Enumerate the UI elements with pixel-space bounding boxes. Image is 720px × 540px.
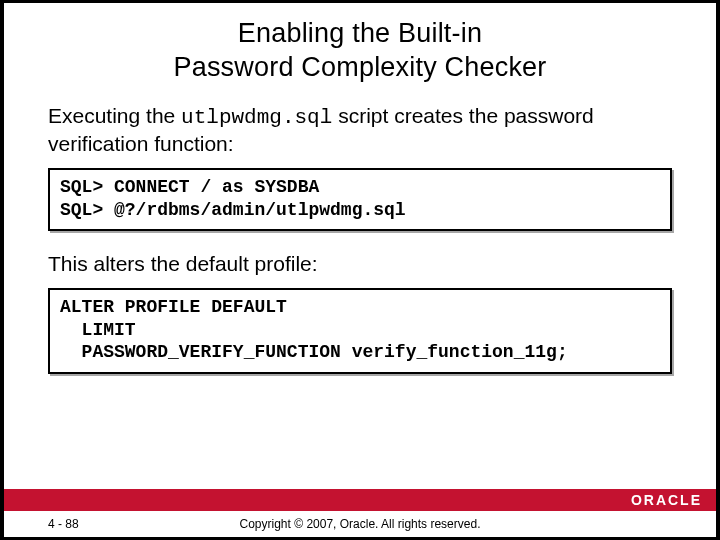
intro-prefix: Executing the [48,104,181,127]
code-line: ALTER PROFILE DEFAULT [60,296,660,319]
title-line-2: Password Complexity Checker [173,52,546,82]
slide: Enabling the Built-in Password Complexit… [4,3,716,537]
code-block-alter: ALTER PROFILE DEFAULT LIMIT PASSWORD_VER… [48,288,672,374]
code-line: SQL> CONNECT / as SYSDBA [60,176,660,199]
intro-inline-code: utlpwdmg.sql [181,106,332,129]
intro-paragraph: Executing the utlpwdmg.sql script create… [48,103,672,159]
mid-paragraph: This alters the default profile: [48,251,672,278]
code-line: SQL> @?/rdbms/admin/utlpwdmg.sql [60,199,660,222]
oracle-logo-text: ORACLE [631,492,702,508]
code-line: PASSWORD_VERIFY_FUNCTION verify_function… [60,341,660,364]
code-line: LIMIT [60,319,660,342]
title-line-1: Enabling the Built-in [238,18,482,48]
slide-title: Enabling the Built-in Password Complexit… [4,3,716,103]
copyright-text: Copyright © 2007, Oracle. All rights res… [4,517,716,531]
code-block-connect: SQL> CONNECT / as SYSDBASQL> @?/rdbms/ad… [48,168,672,231]
slide-footer: ORACLE 4 - 88 Copyright © 2007, Oracle. … [4,491,716,537]
slide-content: Executing the utlpwdmg.sql script create… [4,103,716,538]
oracle-logo: ORACLE [631,490,702,510]
footer-bar [4,489,716,511]
